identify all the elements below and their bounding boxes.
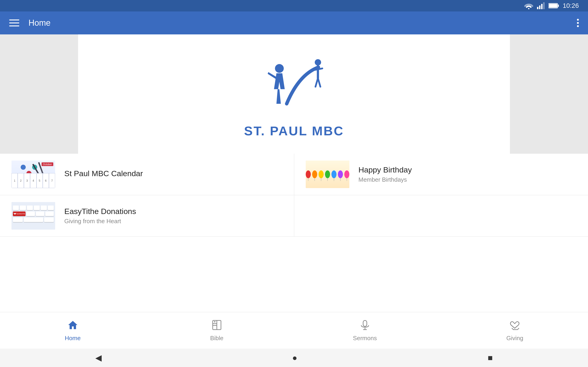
svg-rect-7 — [558, 5, 559, 7]
app-bar: Home — [0, 11, 588, 34]
svg-point-8 — [275, 64, 284, 73]
hamburger-menu-button[interactable] — [9, 19, 19, 26]
app-bar-left: Home — [9, 18, 51, 28]
calendar-thumbnail: October 123 4567 — [11, 161, 55, 188]
donations-card-title: EasyTithe Donations — [64, 207, 283, 216]
back-button[interactable]: ◀ — [95, 353, 102, 363]
bible-icon — [211, 319, 223, 333]
svg-point-0 — [528, 8, 529, 9]
app-bar-title: Home — [28, 18, 51, 28]
nav-label-sermons: Sermons — [353, 335, 377, 342]
main-content: ST. PAUL MBC October 123 — [0, 34, 588, 330]
cards-row-2: DONATE EasyTithe Donations — [0, 195, 588, 237]
svg-rect-6 — [549, 4, 557, 8]
recent-button[interactable]: ■ — [488, 353, 493, 363]
battery-icon — [548, 2, 559, 9]
church-name: ST. PAUL MBC — [244, 123, 344, 138]
svg-line-13 — [318, 78, 320, 86]
birthday-card[interactable]: Happy Birthday Member Birthdays — [294, 154, 588, 195]
svg-rect-1 — [537, 7, 538, 9]
calendar-card[interactable]: October 123 4567 St Paul MBC — [0, 154, 294, 195]
birthday-thumbnail — [306, 161, 349, 188]
nav-item-sermons[interactable]: Sermons — [339, 317, 391, 344]
home-button[interactable]: ● — [292, 353, 297, 363]
svg-rect-20 — [363, 320, 367, 326]
svg-rect-2 — [539, 6, 540, 9]
calendar-card-title: St Paul MBC Calendar — [64, 169, 283, 178]
wifi-icon — [524, 2, 533, 9]
system-nav: ◀ ● ■ — [0, 349, 588, 367]
sermons-mic-icon — [359, 319, 371, 333]
birthday-card-info: Happy Birthday Member Birthdays — [359, 165, 577, 183]
nav-label-bible: Bible — [210, 335, 224, 342]
nav-item-giving[interactable]: Giving — [493, 317, 537, 344]
church-logo-icon — [255, 50, 333, 123]
nav-item-home[interactable]: Home — [51, 317, 95, 344]
donations-card[interactable]: DONATE EasyTithe Donations — [0, 195, 294, 236]
logo-right-panel — [510, 34, 588, 154]
cards-section: October 123 4567 St Paul MBC — [0, 154, 588, 330]
svg-point-9 — [315, 59, 321, 65]
nav-label-giving: Giving — [506, 335, 523, 342]
birthday-card-subtitle: Member Birthdays — [359, 176, 577, 183]
logo-center: ST. PAUL MBC — [244, 50, 344, 138]
giving-icon — [509, 319, 521, 333]
logo-left-panel — [0, 34, 78, 154]
status-bar: 10:26 — [0, 0, 588, 11]
donations-card-info: EasyTithe Donations Giving from the Hear… — [64, 207, 283, 225]
bottom-nav: Home Bible Sermons — [0, 312, 588, 349]
more-options-button[interactable] — [577, 19, 579, 27]
status-icons: 10:26 — [524, 2, 579, 9]
birthday-card-title: Happy Birthday — [359, 165, 577, 174]
logo-section: ST. PAUL MBC — [0, 34, 588, 154]
svg-rect-4 — [543, 2, 545, 9]
donations-thumbnail: DONATE — [11, 202, 55, 230]
cards-row-1: October 123 4567 St Paul MBC — [0, 154, 588, 195]
calendar-card-info: St Paul MBC Calendar — [64, 169, 283, 180]
home-icon — [67, 319, 79, 333]
empty-card — [294, 195, 588, 236]
nav-item-bible[interactable]: Bible — [196, 317, 237, 344]
nav-label-home: Home — [65, 335, 81, 342]
signal-icon — [537, 2, 545, 9]
donations-card-subtitle: Giving from the Heart — [64, 218, 283, 225]
status-time: 10:26 — [563, 2, 579, 9]
svg-rect-3 — [541, 4, 543, 9]
